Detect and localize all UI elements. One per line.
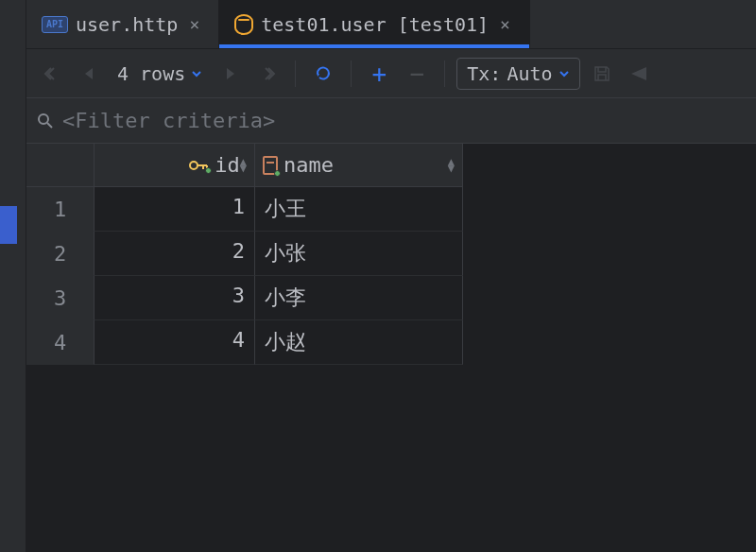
close-icon[interactable]: × (496, 12, 514, 36)
tab-label: test01.user [test01] (261, 13, 489, 36)
gutter (0, 0, 26, 552)
header-corner (26, 144, 94, 187)
sort-icon[interactable]: ▲▼ (448, 159, 455, 172)
tab-test01-user[interactable]: test01.user [test01] × (219, 0, 530, 48)
tx-mode-dropdown[interactable]: Tx: Auto (456, 58, 579, 90)
database-table-icon (234, 14, 253, 35)
cell-id[interactable]: 1 (94, 187, 255, 232)
remove-row-icon[interactable]: − (401, 58, 433, 90)
cell-name[interactable]: 小张 (255, 232, 463, 276)
cell-id[interactable]: 4 (94, 320, 255, 365)
filter-row (26, 98, 756, 144)
next-page-icon[interactable] (214, 58, 246, 90)
divider (444, 60, 445, 87)
cell-name[interactable]: 小李 (255, 276, 463, 320)
workspace: API user.http × test01.user [test01] × 4… (26, 0, 756, 552)
svg-point-0 (39, 114, 48, 124)
gutter-marker (0, 206, 17, 244)
column-header-name[interactable]: name ▲▼ (255, 144, 463, 187)
tab-user-http[interactable]: API user.http × (26, 0, 219, 48)
tx-label: Tx: (467, 62, 501, 85)
divider (295, 60, 296, 87)
filter-input[interactable] (62, 109, 747, 132)
cell-id[interactable]: 2 (94, 232, 255, 276)
toolbar: 4 rows + − Tx: Auto (26, 49, 756, 98)
cell-id[interactable]: 3 (94, 276, 255, 320)
close-icon[interactable]: × (185, 12, 203, 36)
row-count-label: 4 rows (117, 62, 185, 85)
row-count-dropdown[interactable]: 4 rows (112, 62, 208, 85)
add-row-icon[interactable]: + (363, 58, 395, 90)
column-icon (263, 156, 278, 175)
primary-key-icon (188, 159, 209, 172)
first-page-icon[interactable] (36, 58, 68, 90)
chevron-down-icon (558, 68, 570, 79)
chevron-down-icon (191, 68, 202, 79)
cell-name[interactable]: 小王 (255, 187, 463, 232)
tab-label: user.http (76, 13, 178, 36)
tabstrip: API user.http × test01.user [test01] × (26, 0, 756, 49)
search-icon[interactable] (36, 112, 55, 130)
data-grid: id ▲▼ name ▲▼ 1 1 小王 2 2 小张 3 3 小李 4 4 小… (26, 144, 756, 365)
refresh-icon[interactable] (307, 58, 339, 90)
divider (351, 60, 352, 87)
row-number[interactable]: 3 (26, 276, 94, 320)
sort-icon[interactable]: ▲▼ (240, 159, 247, 172)
row-number[interactable]: 2 (26, 232, 94, 276)
tx-mode: Auto (507, 62, 552, 85)
prev-page-icon[interactable] (74, 58, 106, 90)
row-number[interactable]: 4 (26, 320, 94, 365)
save-icon[interactable] (586, 58, 618, 90)
svg-point-2 (190, 162, 198, 169)
column-name: id (215, 153, 240, 177)
row-number[interactable]: 1 (26, 187, 94, 232)
svg-line-1 (47, 123, 52, 128)
cell-name[interactable]: 小赵 (255, 320, 463, 365)
column-header-id[interactable]: id ▲▼ (94, 144, 255, 187)
api-file-icon: API (42, 16, 68, 33)
submit-icon[interactable] (624, 58, 656, 90)
last-page-icon[interactable] (251, 58, 284, 90)
column-name: name (284, 153, 334, 177)
